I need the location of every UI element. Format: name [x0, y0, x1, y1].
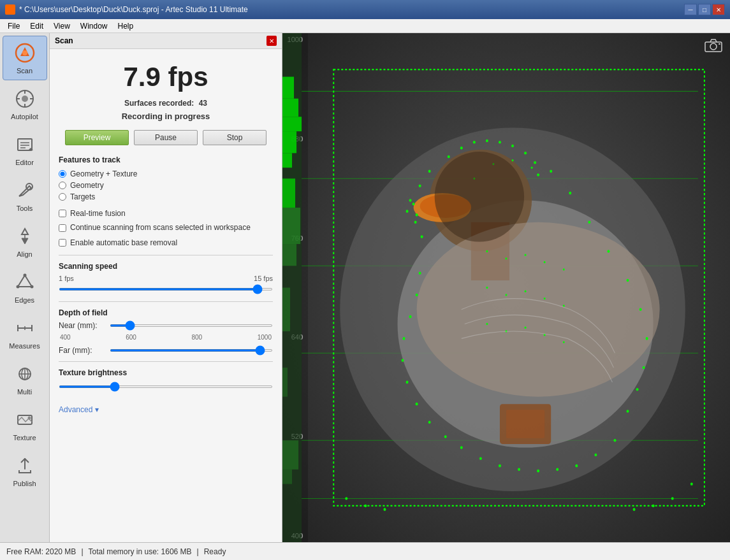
continue-scanning-checkbox[interactable]	[59, 224, 66, 232]
scan-buttons: Preview Pause Stop	[50, 130, 282, 145]
svg-point-97	[428, 420, 431, 424]
menu-window[interactable]: Window	[75, 20, 113, 32]
align-icon	[13, 225, 36, 248]
svg-point-4	[22, 96, 28, 102]
scan-panel-close-button[interactable]: ✕	[266, 36, 277, 46]
svg-point-73	[421, 235, 423, 238]
svg-point-96	[444, 435, 447, 438]
feature-targets[interactable]: Targets	[59, 192, 273, 201]
svg-point-111	[525, 254, 527, 255]
svg-point-30	[27, 417, 31, 420]
artec-icon	[5, 4, 15, 15]
close-button[interactable]: ✕	[712, 4, 725, 15]
multi-icon	[13, 363, 36, 385]
scanning-speed-section: Scanning speed 1 fps 15 fps	[59, 262, 273, 292]
sidebar-item-publish[interactable]: Publish	[3, 449, 47, 493]
svg-point-124	[690, 482, 693, 485]
sidebar-multi-label: Multi	[17, 388, 32, 396]
sidebar-item-multi[interactable]: Multi	[3, 357, 47, 401]
realtime-fusion-label: Real-time fusion	[70, 209, 126, 218]
stop-button[interactable]: Stop	[203, 130, 266, 145]
svg-point-82	[639, 308, 642, 311]
scan-panel-header: Scan ✕	[50, 33, 282, 49]
svg-point-91	[537, 470, 539, 473]
duck-scan-visualization	[282, 33, 730, 542]
preview-button[interactable]: Preview	[65, 130, 129, 145]
svg-point-132	[435, 152, 524, 242]
auto-base-removal-row: Enable automatic base removal	[59, 238, 273, 247]
titlebar-controls[interactable]: ─ □ ✕	[684, 4, 725, 15]
svg-rect-42	[282, 244, 296, 266]
svg-point-72	[414, 220, 417, 224]
menu-help[interactable]: Help	[113, 20, 139, 32]
svg-rect-43	[282, 288, 290, 331]
depth-field-label: Depth of field	[59, 308, 273, 317]
svg-point-112	[544, 261, 546, 263]
svg-point-86	[627, 410, 629, 413]
menu-edit[interactable]: Edit	[25, 20, 48, 32]
publish-icon	[13, 454, 36, 477]
svg-point-119	[486, 323, 488, 325]
svg-rect-45	[282, 440, 298, 470]
realtime-fusion-row: Real-time fusion	[59, 209, 273, 218]
near-slider[interactable]	[110, 324, 273, 327]
depth-of-field-section: Depth of field Near (mm): 400 600 800 10…	[59, 308, 273, 355]
pause-button[interactable]: Pause	[134, 130, 198, 145]
feature-geometry-texture-radio[interactable]	[59, 170, 66, 178]
tick-marks: 400 600 800 1000	[59, 334, 273, 341]
feature-geometry[interactable]: Geometry	[59, 181, 273, 190]
svg-point-107	[512, 159, 514, 161]
surfaces-recorded: Surfaces recorded: 43	[50, 99, 282, 108]
svg-rect-134	[506, 410, 544, 438]
svg-rect-40	[282, 178, 295, 208]
svg-point-102	[409, 315, 412, 319]
svg-point-89	[575, 464, 578, 468]
svg-marker-15	[22, 238, 28, 244]
far-slider[interactable]	[110, 349, 273, 352]
feature-geometry-radio[interactable]	[59, 182, 66, 189]
svg-point-67	[534, 161, 536, 164]
realtime-fusion-checkbox[interactable]	[59, 210, 66, 217]
menu-view[interactable]: View	[48, 20, 75, 32]
recording-status: Recording in progress	[50, 111, 282, 121]
feature-geometry-texture[interactable]: Geometry + Texture	[59, 169, 273, 178]
feature-targets-label: Targets	[70, 192, 95, 201]
tools-icon	[13, 179, 36, 202]
menu-file[interactable]: File	[3, 20, 25, 32]
texture-brightness-slider[interactable]	[59, 385, 273, 388]
sidebar-item-tools[interactable]: Tools	[3, 173, 47, 218]
svg-point-110	[505, 257, 507, 259]
auto-base-removal-checkbox[interactable]	[59, 239, 66, 247]
svg-point-60	[448, 155, 450, 159]
svg-point-113	[563, 268, 565, 270]
divider-2	[59, 301, 273, 302]
sidebar-item-measures[interactable]: Measures	[3, 311, 47, 355]
svg-rect-39	[282, 153, 292, 168]
svg-point-90	[556, 468, 558, 471]
feature-targets-radio[interactable]	[59, 193, 66, 201]
svg-point-74	[409, 199, 412, 202]
menubar: File Edit View Window Help	[0, 19, 730, 33]
sidebar-item-edges[interactable]: Edges	[3, 265, 47, 310]
svg-rect-44	[282, 368, 288, 397]
sidebar-item-scan[interactable]: Scan	[3, 36, 47, 80]
feature-geometry-label: Geometry	[70, 181, 104, 190]
sidebar-item-texture[interactable]: Texture	[3, 403, 47, 447]
sidebar-item-align[interactable]: Align	[3, 219, 47, 264]
sidebar-item-editor[interactable]: Editor	[3, 127, 47, 172]
scanning-speed-slider[interactable]	[59, 288, 273, 291]
svg-point-87	[613, 439, 616, 442]
tick-400: 400	[60, 334, 71, 341]
svg-point-69	[428, 170, 431, 173]
feature-geometry-texture-label: Geometry + Texture	[70, 169, 138, 178]
sidebar-item-autopilot[interactable]: Autopilot	[3, 82, 47, 126]
advanced-link[interactable]: Advanced ▾	[59, 399, 273, 423]
svg-point-115	[505, 294, 507, 296]
advanced-chevron-icon: ▾	[95, 405, 99, 414]
maximize-button[interactable]: □	[698, 4, 711, 15]
minimize-button[interactable]: ─	[684, 4, 697, 15]
fps-display: 7.9 fps	[50, 49, 282, 99]
svg-point-93	[499, 464, 501, 468]
svg-point-103	[416, 294, 418, 297]
svg-point-64	[499, 141, 501, 144]
